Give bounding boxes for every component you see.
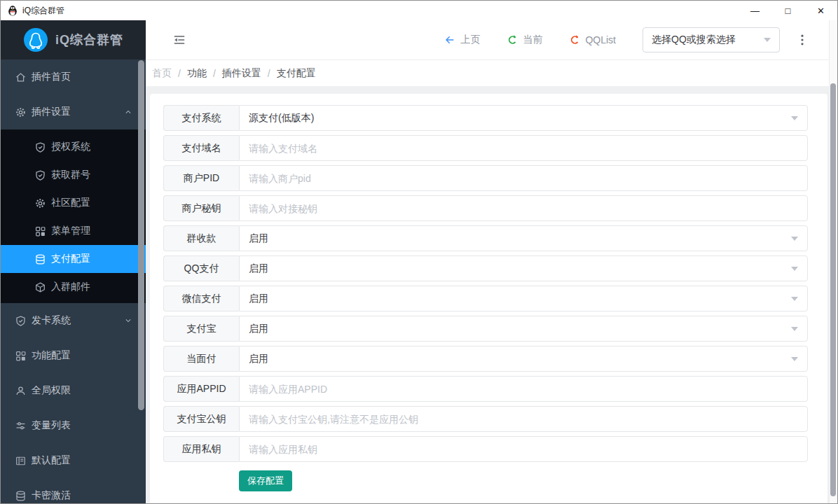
form-row: 商户PID	[163, 165, 808, 191]
form-select[interactable]: 启用	[239, 225, 808, 251]
sidebar-item[interactable]: 插件首页	[1, 59, 146, 94]
sidebar-item[interactable]: 授权系统	[1, 133, 146, 161]
window-controls: — □ ✕	[739, 1, 837, 20]
shield-check-icon	[15, 315, 27, 327]
grid-icon	[15, 350, 27, 362]
doc-icon	[15, 455, 27, 467]
menu-fold-icon[interactable]	[172, 33, 186, 47]
form-input[interactable]	[249, 444, 798, 455]
form-select[interactable]: 启用	[239, 286, 808, 312]
sidebar-item[interactable]: 菜单管理	[1, 217, 146, 245]
maximize-button[interactable]: □	[771, 1, 804, 20]
form-label: 应用APPID	[163, 376, 239, 402]
form-row: 当面付启用	[163, 346, 808, 372]
sidebar-item[interactable]: 功能配置	[1, 338, 146, 373]
form-label: 微信支付	[163, 286, 239, 312]
sidebar-item[interactable]: 社区配置	[1, 189, 146, 217]
window-scrollbar-thumb[interactable]	[830, 83, 836, 496]
sidebar-item[interactable]: 变量列表	[1, 408, 146, 443]
form-row: 支付系统源支付(低版本)	[163, 105, 808, 131]
sidebar-item[interactable]: 卡密激活	[1, 478, 146, 503]
chevron-up-icon	[123, 107, 133, 117]
select-value: 源支付(低版本)	[249, 112, 314, 125]
form-label: 支付宝	[163, 316, 239, 342]
window-scrollbar-track[interactable]	[829, 20, 837, 503]
shield-check-icon	[34, 169, 46, 181]
form-row: 支付宝公钥	[163, 406, 808, 432]
close-button[interactable]: ✕	[804, 1, 837, 20]
form-label: 支付系统	[163, 105, 239, 131]
form-label: 应用私钥	[163, 436, 239, 462]
breadcrumb-item[interactable]: 首页	[152, 67, 172, 80]
caret-down-icon	[791, 327, 798, 331]
grid-icon	[34, 225, 46, 237]
form-row: 应用APPID	[163, 376, 808, 402]
coins-icon	[15, 490, 27, 502]
caret-down-icon	[791, 297, 798, 301]
form-select[interactable]: 源支付(低版本)	[239, 105, 808, 131]
coins-icon	[34, 253, 46, 265]
form-card: 支付系统源支付(低版本)支付域名商户PID商户秘钥群收款启用QQ支付启用微信支付…	[150, 94, 827, 503]
more-vertical-icon[interactable]	[795, 33, 809, 47]
form-select[interactable]: 启用	[239, 316, 808, 342]
sidebar-item-label: 发卡系统	[32, 314, 123, 327]
app-window: iQ综合群管 — □ ✕ iQ综合群管	[0, 0, 838, 504]
logo-text: iQ综合群管	[55, 31, 123, 48]
top-header: 上页当前QQList 选择QQ或搜索选择	[146, 20, 837, 60]
form-rows: 支付系统源支付(低版本)支付域名商户PID商户秘钥群收款启用QQ支付启用微信支付…	[163, 105, 827, 462]
form-input[interactable]	[249, 414, 798, 425]
form-select[interactable]: 启用	[239, 255, 808, 281]
form-input[interactable]	[249, 203, 798, 214]
back-arrow-icon	[444, 34, 455, 46]
sidebar-item[interactable]: 支付配置	[1, 245, 146, 273]
form-input-wrap	[239, 406, 808, 432]
nav-link[interactable]: 当前	[507, 34, 542, 46]
form-label: 群收款	[163, 225, 239, 251]
save-button[interactable]: 保存配置	[239, 470, 292, 491]
nav-link[interactable]: QQList	[569, 34, 616, 46]
sidebar-scrollbar-thumb[interactable]	[138, 60, 144, 410]
form-input-wrap	[239, 165, 808, 191]
qq-select-dropdown[interactable]: 选择QQ或搜索选择	[643, 27, 780, 52]
breadcrumb-item[interactable]: 插件设置	[222, 67, 261, 80]
main-area: 上页当前QQList 选择QQ或搜索选择 首页/功能/插件设置/支付配置 支付系	[146, 20, 837, 503]
form-select[interactable]: 启用	[239, 346, 808, 372]
breadcrumb-item[interactable]: 功能	[187, 67, 207, 80]
form-row: 商户秘钥	[163, 195, 808, 221]
form-input-wrap	[239, 436, 808, 462]
form-row: 微信支付启用	[163, 286, 808, 312]
sidebar-item[interactable]: 插件设置	[1, 94, 146, 130]
minimize-button[interactable]: —	[739, 1, 771, 20]
form-label: 商户秘钥	[163, 195, 239, 221]
form-input-wrap	[239, 135, 808, 161]
sidebar-item[interactable]: 默认配置	[1, 443, 146, 478]
header-nav: 上页当前QQList	[444, 34, 643, 46]
sidebar-item-label: 菜单管理	[51, 225, 133, 237]
sidebar: iQ综合群管 插件首页插件设置授权系统获取群号社区配置菜单管理支付配置入群邮件发…	[1, 20, 146, 503]
breadcrumb: 首页/功能/插件设置/支付配置	[146, 60, 837, 86]
sidebar-submenu: 授权系统获取群号社区配置菜单管理支付配置入群邮件	[1, 130, 146, 303]
sidebar-item[interactable]: 入群邮件	[1, 273, 146, 301]
sidebar-item[interactable]: 获取群号	[1, 161, 146, 189]
sidebar-item[interactable]: 发卡系统	[1, 303, 146, 338]
sidebar-item-label: 功能配置	[32, 349, 133, 362]
select-value: 启用	[249, 353, 268, 365]
breadcrumb-separator: /	[213, 68, 216, 79]
app-logo: iQ综合群管	[1, 20, 146, 59]
form-input[interactable]	[249, 384, 798, 395]
select-value: 启用	[249, 262, 268, 275]
titlebar: iQ综合群管 — □ ✕	[1, 1, 837, 20]
content-area: 支付系统源支付(低版本)支付域名商户PID商户秘钥群收款启用QQ支付启用微信支付…	[146, 86, 837, 503]
shield-check-icon	[34, 141, 46, 153]
sliders-icon	[15, 420, 27, 432]
refresh-icon	[569, 34, 580, 46]
breadcrumb-separator: /	[268, 68, 270, 79]
nav-link[interactable]: 上页	[444, 34, 480, 46]
breadcrumb-item[interactable]: 支付配置	[277, 67, 316, 80]
form-input[interactable]	[249, 143, 798, 154]
sidebar-item-label: 获取群号	[51, 169, 133, 181]
qq-select-value: 选择QQ或搜索选择	[652, 34, 736, 46]
form-input[interactable]	[249, 173, 798, 184]
sidebar-item[interactable]: 全局权限	[1, 373, 146, 408]
form-row: 支付宝启用	[163, 316, 808, 342]
